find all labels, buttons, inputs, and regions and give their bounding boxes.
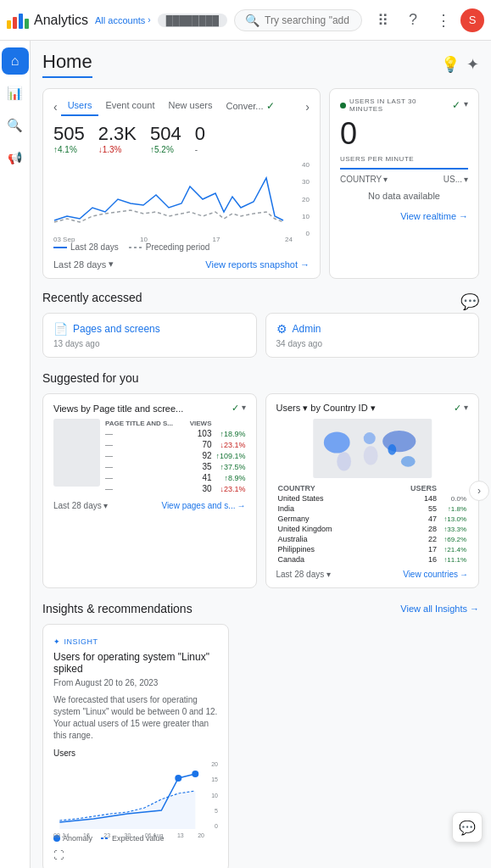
realtime-title: USERS IN LAST 30 MINUTES <box>340 97 452 113</box>
svg-point-5 <box>382 431 416 452</box>
svg-point-9 <box>175 775 181 782</box>
tab-users[interactable]: Users <box>61 97 99 116</box>
carousel-next-btn[interactable]: › <box>469 481 489 501</box>
insight-chart-label: Users <box>53 748 218 758</box>
expand-icon[interactable]: ⛶ <box>53 849 218 861</box>
recent-card-admin[interactable]: ⚙ Admin 34 days ago <box>265 313 480 358</box>
line-chart-svg <box>53 161 310 237</box>
view-pages-link[interactable]: View pages and s... → <box>161 501 245 510</box>
recently-accessed-section: Recently accessed 💬 📄 Pages and screens … <box>42 291 479 358</box>
sidebar-item-explore[interactable]: 🔍 <box>2 112 29 139</box>
metrics-card: ‹ Users Event count New users Conver... <box>42 88 321 279</box>
table-row: — <box>105 450 186 461</box>
table-row: United States <box>276 493 383 504</box>
suggested-title: Suggested for you <box>42 371 479 385</box>
metric-conversions: 0 - <box>195 123 205 154</box>
metric-value: 0 <box>195 123 205 145</box>
metric-value: 505 <box>53 123 85 145</box>
search-bar[interactable]: 🔍 <box>234 9 362 31</box>
search-icon: 🔍 <box>245 14 259 27</box>
lightbulb-icon[interactable]: 💡 <box>441 55 460 74</box>
sidebar-item-home[interactable]: ⌂ <box>2 47 29 75</box>
chart-legend: Last 28 days Preceding period <box>53 242 310 252</box>
table-row: — <box>105 461 186 472</box>
table-row: — <box>105 439 186 450</box>
y-axis-labels: 40 30 20 10 0 <box>302 161 310 237</box>
chevron-left-btn[interactable]: ‹ <box>53 100 58 114</box>
checkmark-icon: ✓ <box>452 99 460 111</box>
chevron-right-btn[interactable]: › <box>305 100 310 114</box>
advertising-icon: 📢 <box>8 151 22 164</box>
tab-conversions[interactable]: Conver... ✓ <box>219 97 281 116</box>
metric-new-users: 504 ↑5.2% <box>150 123 181 154</box>
svg-point-10 <box>192 771 198 777</box>
table-row: — <box>105 428 186 439</box>
pages-card-dropdown[interactable]: ▾ <box>242 403 246 414</box>
countries-card-dropdown[interactable]: ▾ <box>464 403 468 414</box>
world-map <box>276 419 469 478</box>
realtime-value: 0 <box>340 116 468 152</box>
app-name: Analytics <box>34 13 88 28</box>
suggested-section: Suggested for you Views by Page title an… <box>42 371 479 588</box>
all-accounts[interactable]: All accounts › <box>95 15 151 25</box>
insights-section: Insights & recommendations View all Insi… <box>42 602 479 868</box>
page-title: Home <box>42 51 92 78</box>
tab-new-users[interactable]: New users <box>162 97 220 116</box>
page-thumbnail <box>53 419 100 487</box>
home-icon: ⌂ <box>11 53 20 69</box>
reports-icon: 📊 <box>7 86 23 101</box>
svg-point-7 <box>388 444 396 455</box>
table-row: Germany <box>276 514 383 524</box>
metric-value: 504 <box>150 123 181 145</box>
view-reports-link[interactable]: View reports snapshot → <box>205 259 310 270</box>
sidebar-item-reports[interactable]: 📊 <box>2 80 29 107</box>
more-icon-btn[interactable]: ⋮ <box>430 7 457 34</box>
app-logo: Analytics <box>7 12 88 29</box>
metric-change: - <box>195 145 205 154</box>
insight-badge: ✦ INSIGHT <box>53 637 98 646</box>
admin-date: 34 days ago <box>276 339 469 348</box>
svg-point-3 <box>363 432 375 444</box>
insight-chart-svg <box>53 761 202 829</box>
suggested-countries-title: Users ▾ by Country ID ▾ <box>276 403 376 414</box>
sidebar: ⌂ 📊 🔍 📢 ⚙ <box>0 41 31 868</box>
help-icon-btn[interactable]: ? <box>399 7 427 34</box>
tab-event-count[interactable]: Event count <box>98 97 161 116</box>
svg-point-6 <box>400 456 415 467</box>
metric-value: 2.3K <box>98 123 137 145</box>
view-all-insights-link[interactable]: View all Insights → <box>400 604 479 614</box>
svg-point-2 <box>337 452 351 470</box>
insight-title: Users for operating system "Linux" spike… <box>53 651 218 675</box>
pages-date-range[interactable]: Last 28 days ▾ <box>53 501 109 510</box>
realtime-dropdown[interactable]: ▾ <box>464 99 468 111</box>
admin-icon: ⚙ <box>276 322 287 336</box>
metric-event-count: 2.3K ↓1.3% <box>98 123 137 154</box>
view-countries-link[interactable]: View countries → <box>403 570 468 579</box>
pages-table: PAGE TITLE AND S... VIEWS —103↑18.9%—70↓… <box>105 419 246 494</box>
search-input[interactable] <box>265 14 351 26</box>
page-header: Home 💡 ✦ <box>42 51 479 78</box>
countries-date-range[interactable]: Last 28 days ▾ <box>276 570 332 579</box>
avatar[interactable]: S <box>460 8 484 32</box>
table-row: United Kingdom <box>276 524 383 534</box>
metric-users: 505 ↑4.1% <box>53 123 85 154</box>
table-row: — <box>105 472 186 483</box>
view-realtime-link[interactable]: View realtime → <box>340 211 468 221</box>
topbar-icons: ⠿ ? ⋮ S <box>369 7 484 34</box>
country-col-label[interactable]: COUNTRY ▾ <box>340 175 388 184</box>
country-table: COUNTRY USERS United States1480.0%India5… <box>276 483 469 565</box>
date-range-dropdown[interactable]: Last 28 days ▾ <box>53 259 114 270</box>
svg-point-4 <box>363 446 377 465</box>
chat-fab[interactable]: 💬 <box>452 812 483 843</box>
topbar: Analytics All accounts › ████████ 🔍 ⠿ ? … <box>0 0 491 41</box>
sidebar-item-advertising[interactable]: 📢 <box>2 144 29 171</box>
us-filter[interactable]: US... ▾ <box>444 175 468 184</box>
speech-bubble-icon[interactable]: 💬 <box>460 292 479 311</box>
recent-card-pages[interactable]: 📄 Pages and screens 13 days ago <box>42 313 257 358</box>
customize-icon[interactable]: ✦ <box>466 55 479 74</box>
account-chip[interactable]: ████████ <box>158 14 227 27</box>
grid-icon-btn[interactable]: ⠿ <box>369 7 396 34</box>
metric-change: ↓1.3% <box>98 145 137 154</box>
svg-marker-8 <box>59 791 195 829</box>
table-row: — <box>105 483 186 494</box>
